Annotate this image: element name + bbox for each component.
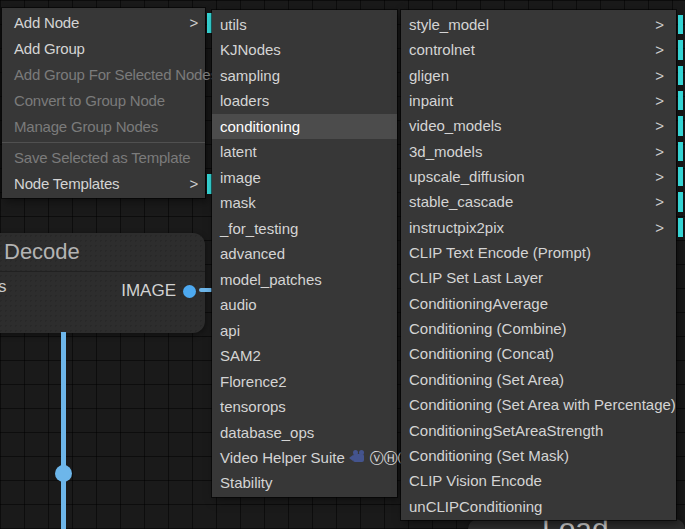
submenu-arrow-icon: >: [655, 215, 664, 240]
submenu-indicator-bar: [678, 192, 683, 211]
submenu-indicator-bar: [678, 91, 683, 110]
menu-item-conditioning-combine[interactable]: Conditioning (Combine): [401, 316, 676, 341]
menu-item-gligen[interactable]: gligen>: [401, 63, 676, 88]
menu-item-label: controlnet: [409, 41, 475, 58]
menu-item-label: database_ops: [220, 424, 314, 441]
menu-item-label: gligen: [409, 67, 449, 84]
menu-item-style-model[interactable]: style_model>: [401, 12, 676, 37]
menu-item-label: Add Group: [14, 40, 85, 57]
menu-item-video-helper-suite[interactable]: Video Helper SuiteⓋⒽⓈ: [212, 445, 397, 470]
node-title: Decode: [0, 233, 205, 272]
menu-item-label: tensorops: [220, 398, 286, 415]
menu-item-conditioningaverage[interactable]: ConditioningAverage: [401, 291, 676, 316]
menu-item-api[interactable]: api: [212, 318, 397, 343]
menu-item-label: Conditioning (Set Mask): [409, 447, 569, 464]
menu-item-label: mask: [220, 194, 256, 211]
menu-item-3d-models[interactable]: 3d_models>: [401, 139, 676, 164]
menu-item-for-testing[interactable]: _for_testing: [212, 216, 397, 241]
menu-item-label: instructpix2pix: [409, 219, 504, 236]
menu-item-clip-text-encode-prompt[interactable]: CLIP Text Encode (Prompt): [401, 240, 676, 265]
menu-item-label: Conditioning (Combine): [409, 320, 567, 337]
menu-item-convert-to-group-node: Convert to Group Node: [2, 88, 205, 114]
conditioning-submenu: style_model>controlnet>gligen>inpaint>vi…: [401, 10, 676, 520]
image-output-slot[interactable]: [183, 285, 196, 298]
menu-item-label: style_model: [409, 16, 489, 33]
submenu-arrow-icon: >: [655, 37, 664, 62]
submenu-arrow-icon: >: [655, 164, 664, 189]
menu-item-label: Stability: [220, 474, 273, 491]
menu-item-conditioning-concat[interactable]: Conditioning (Concat): [401, 341, 676, 366]
menu-item-node-templates[interactable]: Node Templates>: [2, 171, 205, 197]
menu-item-advanced[interactable]: advanced: [212, 241, 397, 266]
menu-item-label: ConditioningSetAreaStrength: [409, 422, 603, 439]
menu-item-sam2[interactable]: SAM2: [212, 343, 397, 368]
menu-item-label: Conditioning (Set Area with Percentage): [409, 396, 676, 413]
menu-item-mask[interactable]: mask: [212, 190, 397, 215]
menu-item-label: unCLIPConditioning: [409, 498, 542, 515]
menu-item-label: loaders: [220, 92, 269, 109]
menu-item-conditioning-set-area[interactable]: Conditioning (Set Area): [401, 367, 676, 392]
menu-item-label: image: [220, 169, 261, 186]
menu-item-loaders[interactable]: loaders: [212, 88, 397, 113]
menu-item-stable-cascade[interactable]: stable_cascade>: [401, 189, 676, 214]
menu-item-label: Video Helper Suite: [220, 449, 345, 466]
menu-item-stability[interactable]: Stability: [212, 470, 397, 495]
menu-item-tensorops[interactable]: tensorops: [212, 394, 397, 419]
add-node-category-menu: utilsKJNodessamplingloadersconditioningl…: [212, 10, 397, 497]
menu-item-image[interactable]: image: [212, 165, 397, 190]
submenu-arrow-icon: >: [655, 12, 664, 37]
menu-item-kjnodes[interactable]: KJNodes: [212, 37, 397, 62]
movie-camera-icon: [353, 454, 364, 462]
submenu-indicator-bar: [678, 15, 683, 34]
menu-item-label: Manage Group Nodes: [14, 118, 158, 135]
menu-item-label: upscale_diffusion: [409, 168, 525, 185]
menu-item-instructpix2pix[interactable]: instructpix2pix>: [401, 215, 676, 240]
menu-item-utils[interactable]: utils: [212, 12, 397, 37]
menu-item-label: KJNodes: [220, 41, 281, 58]
menu-item-label: sampling: [220, 67, 280, 84]
menu-item-latent[interactable]: latent: [212, 139, 397, 164]
menu-item-model-patches[interactable]: model_patches: [212, 267, 397, 292]
submenu-indicator-bar: [678, 142, 683, 161]
vertical-link-line: [61, 332, 66, 529]
load-node-clipped[interactable]: Load: [468, 519, 685, 529]
menu-item-conditioningsetareastrength[interactable]: ConditioningSetAreaStrength: [401, 418, 676, 443]
menu-item-conditioning-set-mask[interactable]: Conditioning (Set Mask): [401, 443, 676, 468]
menu-item-unclipconditioning[interactable]: unCLIPConditioning: [401, 494, 676, 519]
menu-item-add-node[interactable]: Add Node>: [2, 10, 205, 36]
menu-item-clip-vision-encode[interactable]: CLIP Vision Encode: [401, 468, 676, 493]
submenu-arrow-icon: >: [189, 10, 198, 36]
menu-item-label: Node Templates: [14, 175, 119, 192]
menu-item-label: latent: [220, 143, 257, 160]
menu-item-label: video_models: [409, 117, 502, 134]
menu-item-video-models[interactable]: video_models>: [401, 113, 676, 138]
menu-item-label: Save Selected as Template: [14, 149, 191, 166]
menu-item-clip-set-last-layer[interactable]: CLIP Set Last Layer: [401, 265, 676, 290]
menu-item-label: inpaint: [409, 92, 453, 109]
menu-item-add-group-for-selected-nodes: Add Group For Selected Nodes: [2, 62, 205, 88]
submenu-arrow-icon: >: [655, 63, 664, 88]
menu-item-add-group[interactable]: Add Group: [2, 36, 205, 62]
menu-item-label: CLIP Text Encode (Prompt): [409, 244, 591, 261]
submenu-arrow-icon: >: [655, 189, 664, 214]
menu-item-label: conditioning: [220, 118, 300, 135]
menu-item-database-ops[interactable]: database_ops: [212, 420, 397, 445]
graph-canvas[interactable]: Decode IMAGE s Load Add Node>Add GroupAd…: [0, 0, 685, 529]
menu-item-inpaint[interactable]: inpaint>: [401, 88, 676, 113]
menu-item-label: api: [220, 322, 240, 339]
submenu-indicator-bar: [678, 218, 683, 237]
menu-item-audio[interactable]: audio: [212, 292, 397, 317]
submenu-arrow-icon: >: [655, 113, 664, 138]
menu-item-label: Florence2: [220, 373, 287, 390]
menu-item-label: Add Node: [14, 14, 79, 31]
menu-item-controlnet[interactable]: controlnet>: [401, 37, 676, 62]
vae-decode-node[interactable]: Decode IMAGE s: [0, 233, 205, 333]
menu-item-label: Add Group For Selected Nodes: [14, 66, 218, 83]
menu-item-sampling[interactable]: sampling: [212, 63, 397, 88]
menu-item-upscale-diffusion[interactable]: upscale_diffusion>: [401, 164, 676, 189]
menu-item-conditioning[interactable]: conditioning: [212, 114, 397, 139]
menu-item-conditioning-set-area-with-percentage[interactable]: Conditioning (Set Area with Percentage): [401, 392, 676, 417]
menu-item-label: Conditioning (Concat): [409, 345, 554, 362]
menu-item-florence2[interactable]: Florence2: [212, 369, 397, 394]
link-reroute-dot[interactable]: [55, 465, 72, 482]
